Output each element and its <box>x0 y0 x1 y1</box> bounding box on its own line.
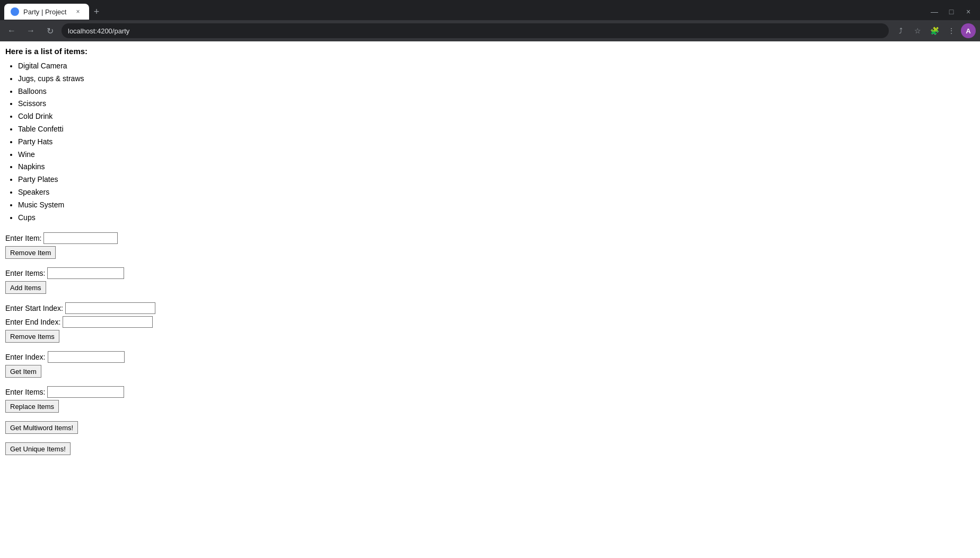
start-index-row: Enter Start Index: <box>5 302 975 314</box>
get-unique-button[interactable]: Get Unique Items! <box>5 442 71 455</box>
replace-items-input[interactable] <box>47 386 124 398</box>
list-item: Table Confetti <box>18 123 975 136</box>
end-index-input[interactable] <box>63 316 153 328</box>
address-bar: ← → ↻ localhost:4200/party ⤴ ☆ 🧩 ⋮ A <box>0 20 980 41</box>
list-item: Jugs, cups & straws <box>18 73 975 85</box>
replace-items-button[interactable]: Replace Items <box>5 400 59 413</box>
remove-item-input[interactable] <box>43 232 118 244</box>
remove-item-button[interactable]: Remove Item <box>5 246 56 259</box>
remove-item-label: Enter Item: <box>5 234 41 242</box>
remove-items-button[interactable]: Remove Items <box>5 330 59 343</box>
get-item-input[interactable] <box>48 351 125 363</box>
tab-title: Party | Project <box>23 8 69 16</box>
minimize-button[interactable]: — <box>927 4 942 19</box>
multiword-section: Get Multiword Items! <box>5 421 975 434</box>
end-index-row: Enter End Index: <box>5 316 975 328</box>
get-item-button[interactable]: Get Item <box>5 365 41 378</box>
list-item: Cold Drink <box>18 110 975 123</box>
browser-chrome: Party | Project × + — □ × ← → ↻ localhos… <box>0 0 980 41</box>
list-item: Balloons <box>18 85 975 98</box>
reload-button[interactable]: ↻ <box>42 23 57 38</box>
menu-icon[interactable]: ⋮ <box>944 23 959 38</box>
list-item: Music System <box>18 199 975 212</box>
replace-items-row: Enter Items: <box>5 386 975 398</box>
page-content: Here is a list of items: Digital CameraJ… <box>0 41 980 558</box>
tab-close-button[interactable]: × <box>73 7 83 16</box>
close-window-button[interactable]: × <box>961 4 976 19</box>
share-icon[interactable]: ⤴ <box>893 23 908 38</box>
list-item: Digital Camera <box>18 60 975 73</box>
back-button[interactable]: ← <box>4 23 19 38</box>
add-items-row: Enter Items: <box>5 267 975 279</box>
add-items-section: Enter Items: Add Items <box>5 267 975 294</box>
items-list: Digital CameraJugs, cups & strawsBalloon… <box>5 60 975 224</box>
address-bar-actions: ⤴ ☆ 🧩 ⋮ A <box>893 23 976 38</box>
get-item-row: Enter Index: <box>5 351 975 363</box>
add-items-input[interactable] <box>47 267 124 279</box>
tab-bar-right-controls: — □ × <box>927 4 976 19</box>
add-items-button[interactable]: Add Items <box>5 281 46 294</box>
list-item: Cups <box>18 212 975 224</box>
tab-bar: Party | Project × + — □ × <box>0 0 980 20</box>
forward-button[interactable]: → <box>23 23 38 38</box>
get-item-section: Enter Index: Get Item <box>5 351 975 378</box>
add-items-label: Enter Items: <box>5 269 45 277</box>
list-item: Napkins <box>18 161 975 173</box>
remove-item-section: Enter Item: Remove Item <box>5 232 975 259</box>
page-heading: Here is a list of items: <box>5 47 975 56</box>
get-item-label: Enter Index: <box>5 353 46 361</box>
list-item: Party Hats <box>18 136 975 149</box>
new-tab-button[interactable]: + <box>89 4 104 19</box>
list-item: Speakers <box>18 186 975 199</box>
remove-items-section: Enter Start Index: Enter End Index: Remo… <box>5 302 975 343</box>
tab-favicon <box>11 7 19 16</box>
list-item: Wine <box>18 149 975 161</box>
remove-item-row: Enter Item: <box>5 232 975 244</box>
get-multiword-button[interactable]: Get Multiword Items! <box>5 421 78 434</box>
replace-items-label: Enter Items: <box>5 388 45 396</box>
list-item: Scissors <box>18 98 975 110</box>
extensions-icon[interactable]: 🧩 <box>927 23 942 38</box>
end-index-label: Enter End Index: <box>5 318 60 326</box>
start-index-label: Enter Start Index: <box>5 304 63 312</box>
start-index-input[interactable] <box>65 302 155 314</box>
maximize-button[interactable]: □ <box>944 4 959 19</box>
url-input[interactable]: localhost:4200/party <box>62 23 889 38</box>
profile-icon[interactable]: A <box>961 23 976 38</box>
replace-items-section: Enter Items: Replace Items <box>5 386 975 413</box>
active-tab[interactable]: Party | Project × <box>4 4 89 20</box>
unique-section: Get Unique Items! <box>5 442 975 455</box>
bookmark-icon[interactable]: ☆ <box>910 23 925 38</box>
list-item: Party Plates <box>18 173 975 186</box>
